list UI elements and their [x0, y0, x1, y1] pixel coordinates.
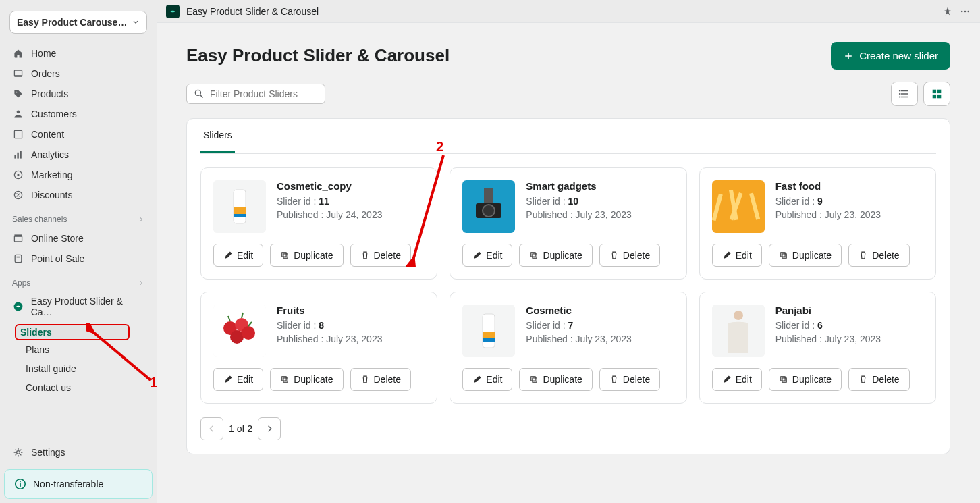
- duplicate-button[interactable]: Duplicate: [270, 368, 343, 391]
- trash-icon: [609, 250, 619, 260]
- svg-point-24: [968, 10, 970, 12]
- nav-home[interactable]: Home: [4, 43, 153, 63]
- slider-id: Slider id : 11: [277, 196, 382, 207]
- duplicate-button[interactable]: Duplicate: [270, 244, 343, 267]
- sub-nav-install-guide[interactable]: Install guide: [18, 359, 157, 378]
- nav-marketing[interactable]: Marketing: [4, 165, 153, 185]
- nav-orders[interactable]: Orders: [4, 63, 153, 84]
- sub-nav-sliders[interactable]: Sliders: [15, 324, 130, 340]
- nav-label: Orders: [31, 68, 60, 79]
- svg-point-66: [734, 311, 743, 320]
- button-label: Delete: [374, 374, 401, 385]
- slider-title: Panjabi: [775, 305, 881, 316]
- nav-analytics[interactable]: Analytics: [4, 144, 153, 165]
- pagination-label: 1 of 2: [229, 423, 252, 434]
- chart-icon: [12, 149, 24, 161]
- store-selector[interactable]: Easy Product Carouse…: [9, 11, 147, 34]
- duplicate-button[interactable]: Duplicate: [519, 244, 592, 267]
- store-icon: [12, 232, 24, 244]
- grid-view-button[interactable]: [923, 82, 950, 106]
- button-label: Edit: [237, 374, 253, 385]
- nav-label: Customers: [31, 109, 77, 120]
- edit-button[interactable]: Edit: [462, 244, 512, 267]
- sub-nav-contact-us[interactable]: Contact us: [18, 378, 157, 397]
- edit-button[interactable]: Edit: [712, 368, 762, 391]
- sub-nav-plans[interactable]: Plans: [18, 340, 157, 359]
- trash-icon: [859, 250, 868, 260]
- pin-icon[interactable]: [942, 6, 953, 17]
- list-view-button[interactable]: [891, 82, 918, 106]
- slider-thumbnail: [712, 180, 765, 233]
- slider-published: Published : July 24, 2023: [277, 209, 382, 220]
- button-label: Delete: [872, 374, 899, 385]
- tab-sliders[interactable]: Sliders: [200, 119, 235, 153]
- plus-icon: [843, 51, 854, 61]
- svg-rect-0: [14, 70, 22, 76]
- svg-rect-29: [933, 90, 936, 93]
- edit-button[interactable]: Edit: [712, 244, 762, 267]
- svg-point-11: [16, 193, 18, 194]
- svg-point-9: [17, 174, 19, 176]
- nav-customers[interactable]: Customers: [4, 104, 153, 124]
- pencil-icon: [223, 250, 233, 260]
- button-label: Delete: [872, 250, 899, 261]
- slider-title: Fast food: [775, 180, 881, 192]
- slider-title: Cosmetic_copy: [277, 180, 382, 192]
- home-icon: [12, 47, 24, 59]
- edit-button[interactable]: Edit: [462, 368, 512, 391]
- duplicate-button[interactable]: Duplicate: [519, 368, 592, 391]
- delete-button[interactable]: Delete: [350, 244, 411, 267]
- content-area: Easy Product Slider & Carousel Create ne…: [157, 23, 980, 503]
- target-icon: [12, 169, 24, 181]
- chevron-right-icon[interactable]: [138, 216, 144, 223]
- chevron-right-icon[interactable]: [138, 280, 144, 286]
- app-logo-icon: [12, 300, 24, 313]
- copy-icon: [529, 375, 539, 384]
- delete-button[interactable]: Delete: [599, 368, 660, 391]
- next-page-button[interactable]: [258, 417, 281, 440]
- nav-products[interactable]: Products: [4, 84, 153, 104]
- button-label: Delete: [374, 250, 401, 261]
- delete-button[interactable]: Delete: [350, 368, 411, 391]
- more-icon[interactable]: [960, 6, 971, 17]
- button-label: Edit: [486, 250, 502, 261]
- prev-page-button[interactable]: [200, 417, 223, 440]
- edit-button[interactable]: Edit: [213, 368, 263, 391]
- nav-online-store[interactable]: Online Store: [4, 228, 153, 248]
- nav-point-of-sale[interactable]: Point of Sale: [4, 248, 153, 269]
- svg-rect-37: [282, 253, 286, 257]
- duplicate-button[interactable]: Duplicate: [769, 244, 842, 267]
- svg-rect-5: [14, 155, 16, 159]
- nav-discounts[interactable]: Discounts: [4, 185, 153, 205]
- slider-id: Slider id : 7: [526, 320, 631, 331]
- edit-button[interactable]: Edit: [213, 244, 263, 267]
- slider-published: Published : July 23, 2023: [277, 334, 382, 344]
- button-label: Create new slider: [859, 50, 938, 61]
- notice-text: Non-transferable: [33, 479, 103, 489]
- duplicate-button[interactable]: Duplicate: [769, 368, 842, 391]
- svg-rect-1: [14, 75, 22, 76]
- nav-app-easy-slider[interactable]: Easy Product Slider & Ca…: [4, 292, 153, 321]
- svg-point-26: [899, 90, 900, 92]
- create-slider-button[interactable]: Create new slider: [831, 42, 950, 70]
- svg-rect-13: [14, 236, 22, 242]
- delete-button[interactable]: Delete: [848, 368, 909, 391]
- sliders-panel: Sliders Cosmetic_copy Slider id : 11: [186, 118, 950, 454]
- search-box[interactable]: [186, 84, 325, 104]
- filter-input[interactable]: [210, 88, 318, 99]
- svg-rect-36: [234, 214, 246, 217]
- pencil-icon: [722, 375, 732, 384]
- svg-rect-34: [234, 190, 246, 223]
- pencil-icon: [722, 250, 732, 260]
- nav-settings[interactable]: Settings: [0, 440, 157, 465]
- pencil-icon: [223, 375, 233, 384]
- nav-content[interactable]: Content: [4, 124, 153, 144]
- search-icon: [194, 88, 205, 99]
- svg-rect-6: [17, 153, 18, 159]
- svg-rect-32: [937, 95, 941, 98]
- copy-icon: [529, 250, 539, 260]
- sub-nav-label: Install guide: [26, 363, 76, 374]
- delete-button[interactable]: Delete: [599, 244, 660, 267]
- svg-rect-30: [937, 90, 941, 93]
- delete-button[interactable]: Delete: [848, 244, 909, 267]
